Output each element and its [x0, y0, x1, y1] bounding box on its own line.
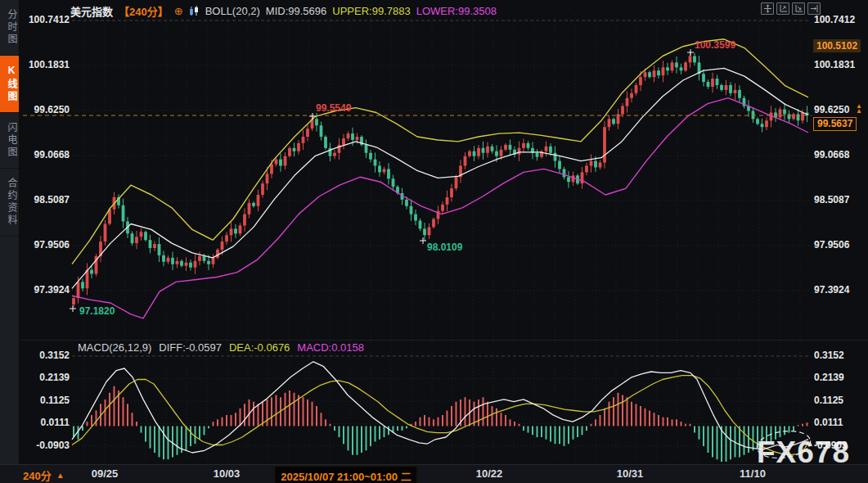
sidebar-item-flash-chart[interactable]: 闪电图 [0, 113, 19, 169]
axis-zoom-icon[interactable] [776, 2, 789, 15]
axis-label: 99.0668 [34, 149, 70, 160]
boll-mid-value: MID:99.5696 [266, 5, 326, 17]
axis-label: 0.0111 [814, 417, 843, 428]
price-extreme-label: 98.0109 [427, 242, 462, 253]
axis-label: 98.5087 [814, 194, 849, 205]
macd-dea-value: DEA:-0.0676 [229, 341, 290, 354]
up-arrow-icon-2: ▲ [856, 109, 862, 114]
period-selector-label: 240分 [23, 467, 52, 483]
macd-macd-value: MACD:0.0158 [297, 341, 364, 354]
price-extreme-label: 100.3599 [695, 39, 735, 51]
chart-toolbar [761, 2, 821, 15]
axis-label: 99.0668 [814, 149, 849, 160]
symbol-name: 美元指数 [70, 3, 113, 19]
price-axis-right: 100.7412100.183199.625099.066898.508797.… [814, 0, 866, 483]
axis-label: 0.1125 [40, 395, 70, 406]
axis-label: 98.5087 [34, 194, 70, 205]
axis-label: 0.3152 [814, 350, 844, 361]
price-axis-left: 100.7412100.183199.625099.066898.508797.… [20, 0, 70, 483]
watermark: FX678 [757, 436, 850, 470]
date-tick: 10/22 [476, 467, 503, 480]
cursor-date-badge: 2025/10/07 21:00~01:00 二 [274, 466, 417, 483]
axis-label: 99.6250 [814, 104, 849, 115]
date-tick: 09/25 [92, 467, 119, 480]
time-axis-bar: 240分 ▲ 2025/10/07 21:00~01:00 二 09/2510/… [0, 464, 868, 483]
app-root: 分时图K线图闪电图合约资料 美元指数 【240分】 ⊕ BOLL(20,2) M… [0, 0, 868, 483]
date-tick: 10/31 [617, 467, 644, 480]
sidebar-item-contract-info[interactable]: 合约资料 [0, 169, 19, 237]
price-extreme-label: 99.5549 [316, 102, 351, 114]
sidebar-item-time-chart[interactable]: 分时图 [0, 0, 19, 56]
band-high-badge: 100.5102 [813, 39, 861, 52]
last-price-badge: 99.5637 [813, 117, 857, 131]
macd-diff-value: DIFF:-0.0597 [159, 341, 222, 354]
sidebar-item-candle-chart[interactable]: K线图 [0, 56, 19, 113]
boll-upper-value: UPPER:99.7883 [332, 5, 410, 17]
candlestick-mini-icon [189, 6, 200, 16]
period-label[interactable]: 【240分】 [119, 3, 169, 19]
boll-label: BOLL(20,2) [205, 5, 260, 17]
boll-lower-value: LOWER:99.3508 [416, 5, 497, 17]
sidebar: 分时图K线图闪电图合约资料 [0, 0, 20, 483]
macd-name: MACD(26,12,9) [78, 341, 151, 354]
axis-label: 0.1125 [814, 395, 843, 406]
jump-latest-icon[interactable] [807, 2, 821, 15]
axis-label: -0.0903 [36, 440, 70, 451]
axis-label: 100.7412 [29, 14, 70, 25]
axis-label: 0.0111 [41, 417, 70, 428]
axis-pan-icon[interactable] [792, 2, 805, 15]
chart-plot-area[interactable] [72, 12, 810, 463]
axis-label: 0.2139 [814, 372, 844, 383]
axis-label: 97.9506 [814, 239, 849, 251]
macd-header: MACD(26,12,9) DIFF:-0.0597 DEA:-0.0676 M… [78, 341, 364, 354]
scroll-to-latest-button[interactable]: ▲ ▲ [856, 104, 862, 114]
add-indicator-icon[interactable]: ⊕ [174, 5, 183, 17]
axis-label: 100.1831 [814, 59, 855, 70]
period-selector[interactable]: 240分 ▲ [23, 467, 65, 483]
axis-label: 97.9506 [34, 239, 70, 251]
axis-label: 0.2139 [39, 372, 70, 383]
price-extreme-label: 97.1820 [79, 305, 115, 317]
date-tick: 10/03 [214, 467, 241, 480]
axis-label: 0.3152 [39, 350, 70, 361]
dropdown-arrow-icon: ▲ [56, 471, 65, 480]
axis-label: 97.3924 [814, 284, 849, 296]
chart-header: 美元指数 【240分】 ⊕ BOLL(20,2) MID:99.5696 UPP… [70, 3, 497, 19]
axis-label: 97.3924 [34, 284, 70, 296]
axis-label: 99.6250 [34, 104, 70, 115]
move-tool-icon[interactable] [761, 2, 774, 15]
axis-label: 100.7412 [814, 14, 855, 25]
axis-label: 100.1831 [29, 59, 70, 70]
